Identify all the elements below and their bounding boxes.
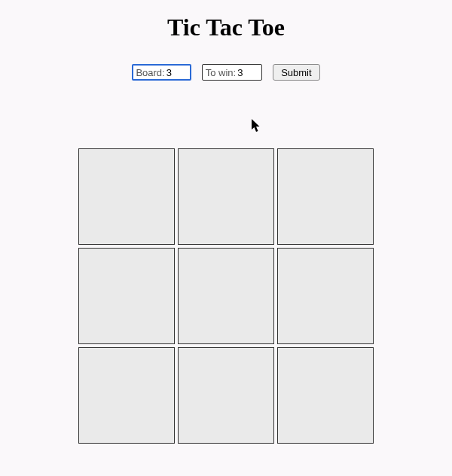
board-size-field[interactable]: Board: xyxy=(132,64,191,81)
board-cell[interactable] xyxy=(277,347,374,444)
board-size-input[interactable] xyxy=(166,67,188,78)
controls-row: Board: To win: Submit xyxy=(132,64,319,81)
board-size-label: Board: xyxy=(136,67,164,78)
page-title: Tic Tac Toe xyxy=(167,14,285,41)
to-win-field[interactable]: To win: xyxy=(202,64,262,81)
board-cell[interactable] xyxy=(178,347,274,444)
board-cell[interactable] xyxy=(178,248,274,344)
game-board xyxy=(78,148,374,444)
app-container: Tic Tac Toe Board: To win: Submit xyxy=(0,0,452,444)
board-cell[interactable] xyxy=(78,347,175,444)
board-cell[interactable] xyxy=(277,148,374,245)
to-win-input[interactable] xyxy=(237,67,258,78)
board-cell[interactable] xyxy=(277,248,374,344)
board-cell[interactable] xyxy=(78,148,175,245)
board-cell[interactable] xyxy=(178,148,274,245)
to-win-label: To win: xyxy=(206,67,236,78)
board-cell[interactable] xyxy=(78,248,175,344)
submit-button[interactable]: Submit xyxy=(273,64,319,81)
